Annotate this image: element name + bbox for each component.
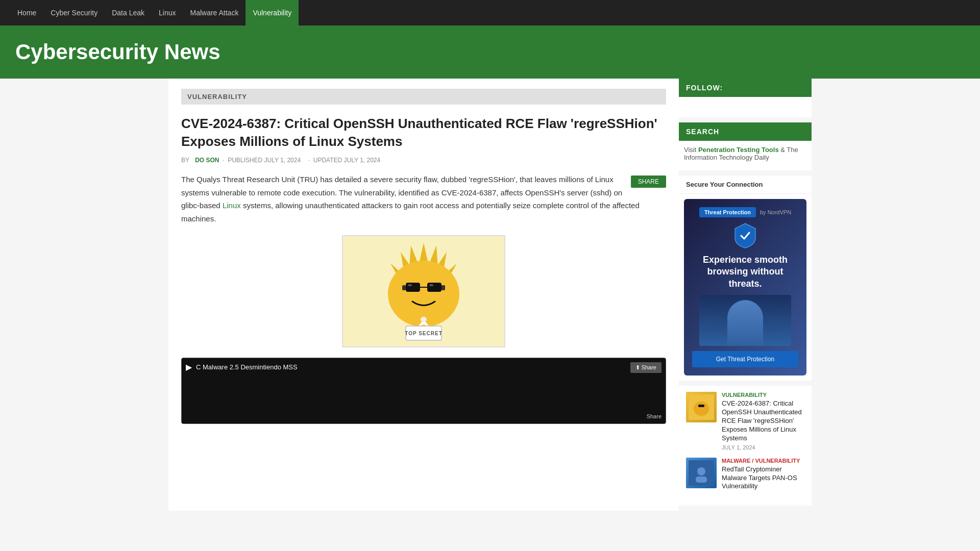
site-title: Cybersecurity News (15, 40, 965, 64)
site-header: Cybersecurity News (0, 26, 980, 79)
svg-rect-23 (701, 405, 704, 407)
nav-data-leak[interactable]: Data Leak (105, 0, 152, 26)
sidebar-posts-section: VULNERABILITY CVE-2024-6387: Critical Op… (679, 386, 812, 506)
sidebar: FOLLOW: SEARCH Visit Penetration Testing… (679, 79, 812, 511)
svg-rect-12 (402, 285, 406, 290)
sidebar-post-1-info: VULNERABILITY CVE-2024-6387: Critical Op… (722, 392, 804, 450)
article-image-container: TOP SECRET (181, 235, 666, 347)
linux-link[interactable]: Linux (223, 201, 241, 210)
nav-malware-attack[interactable]: Malware Attack (183, 0, 246, 26)
svg-text:TOP SECRET: TOP SECRET (405, 331, 443, 336)
sidebar-search-header: SEARCH (679, 122, 812, 141)
sidebar-follow-section: FOLLOW: (679, 79, 812, 117)
video-share-button[interactable]: ⬆ Share (630, 362, 662, 373)
article-paragraph-1: The Qualys Threat Research Unit (TRU) ha… (181, 173, 666, 225)
sidebar-post-1-date: JULY 1, 2024 (722, 444, 804, 450)
sidebar-post-2-category: MALWARE / VULNERABILITY (722, 458, 804, 464)
sidebar-search-section: SEARCH Visit Penetration Testing Tools &… (679, 122, 812, 170)
svg-rect-9 (406, 283, 420, 292)
share-button[interactable]: SHARE (631, 176, 666, 188)
svg-rect-14 (408, 284, 412, 286)
sidebar-post-2-info: MALWARE / VULNERABILITY RedTail Cryptomi… (722, 458, 804, 493)
ad-person-image (699, 295, 791, 346)
main-nav: Home Cyber Security Data Leak Linux Malw… (0, 0, 980, 26)
penetration-testing-link[interactable]: Penetration Testing Tools (698, 146, 779, 154)
main-content: VULNERABILITY CVE-2024-6387: Critical Op… (168, 79, 679, 511)
video-area[interactable]: ▶ C Malware 2.5 Desmintiendo MSS ⬆ Share… (181, 358, 666, 424)
video-title-bar: ▶ C Malware 2.5 Desmintiendo MSS (186, 362, 298, 372)
sidebar-post-2-title[interactable]: RedTail Cryptominer Malware Targets PAN-… (722, 465, 804, 491)
sidebar-post-1-category: VULNERABILITY (722, 392, 804, 398)
article-title: CVE-2024-6387: Critical OpenSSH Unauthen… (181, 115, 666, 151)
sidebar-post-2-thumb (686, 458, 717, 488)
video-title: C Malware 2.5 Desmintiendo MSS (196, 363, 298, 371)
svg-rect-13 (442, 285, 445, 290)
article-published: PUBLISHED JULY 1, 2024 (228, 157, 301, 164)
category-bar: VULNERABILITY (181, 89, 666, 105)
svg-rect-15 (429, 284, 433, 286)
nav-linux[interactable]: Linux (152, 0, 183, 26)
sidebar-secure-section: Secure Your Connection Threat Protection… (679, 176, 812, 381)
ad-header: Threat Protection by NordVPN (699, 207, 791, 217)
sidebar-post-1-thumb (686, 392, 717, 422)
article-category: VULNERABILITY (187, 93, 247, 101)
ad-headline: Experience smooth browsing without threa… (692, 254, 798, 290)
video-share-label: Share (647, 413, 662, 419)
nav-cyber-security[interactable]: Cyber Security (43, 0, 105, 26)
sidebar-posts-body: VULNERABILITY CVE-2024-6387: Critical Op… (679, 386, 812, 506)
sidebar-search-text: Visit Penetration Testing Tools & The In… (684, 146, 806, 161)
ad-badge: Threat Protection (699, 207, 756, 217)
svg-point-17 (421, 317, 427, 322)
shield-icon (734, 222, 756, 249)
svg-rect-26 (696, 477, 707, 483)
nordvpn-ad[interactable]: Threat Protection by NordVPN Experience … (684, 199, 806, 375)
nav-home[interactable]: Home (10, 0, 43, 26)
play-icon: ▶ (186, 362, 192, 372)
sidebar-post-1: VULNERABILITY CVE-2024-6387: Critical Op… (686, 392, 804, 450)
article-featured-image: TOP SECRET (342, 235, 505, 347)
ad-cta-button[interactable]: Get Threat Protection (692, 351, 798, 367)
svg-point-21 (694, 402, 709, 416)
sidebar-search-body: Visit Penetration Testing Tools & The In… (679, 141, 812, 170)
sidebar-follow-header: FOLLOW: (679, 79, 812, 97)
article-meta: BY DO SON · PUBLISHED JULY 1, 2024 · UPD… (181, 157, 666, 164)
article-body: SHARE The Qualys Threat Research Unit (T… (181, 173, 666, 225)
article-by: BY (181, 157, 191, 164)
sidebar-post-1-title[interactable]: CVE-2024-6387: Critical OpenSSH Unauthen… (722, 399, 804, 442)
sidebar-secure-ad: Threat Protection by NordVPN Experience … (679, 194, 812, 381)
sidebar-post-2: MALWARE / VULNERABILITY RedTail Cryptomi… (686, 458, 804, 493)
svg-point-25 (697, 467, 705, 475)
nav-vulnerability[interactable]: Vulnerability (246, 0, 299, 26)
ad-by: by NordVPN (760, 209, 791, 215)
sidebar-follow-body (679, 97, 812, 117)
svg-rect-10 (427, 283, 442, 292)
article-author[interactable]: DO SON (195, 157, 219, 164)
article-updated: UPDATED JULY 1, 2024 (313, 157, 380, 164)
sidebar-secure-header: Secure Your Connection (679, 176, 812, 194)
